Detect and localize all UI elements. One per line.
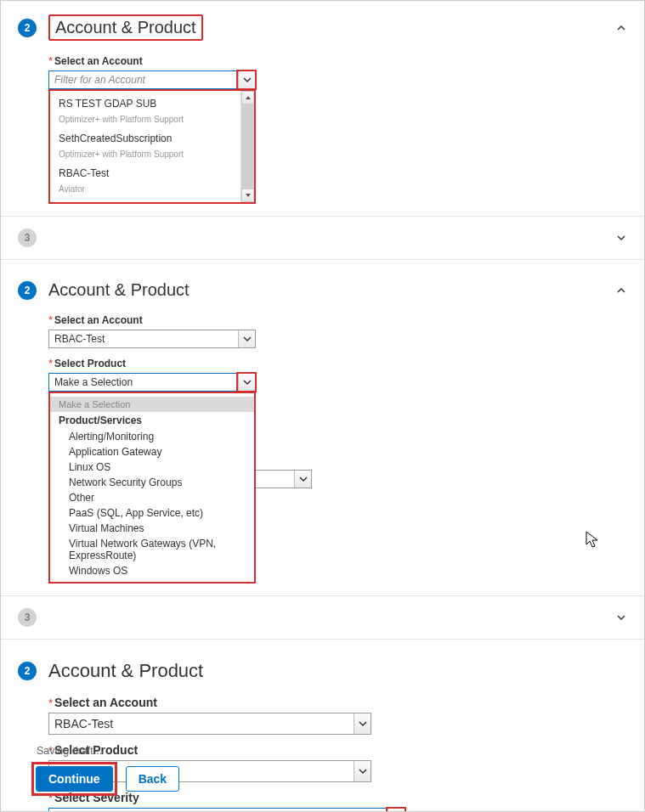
product-group-label: Product/Services xyxy=(50,412,254,429)
section-header: 2 Account & Product xyxy=(18,275,627,305)
dropdown-arrow-icon[interactable] xyxy=(354,713,371,734)
scroll-up-icon[interactable] xyxy=(241,91,254,104)
account-label: Select an Account xyxy=(54,696,157,709)
section-title: Account & Product xyxy=(48,660,627,682)
section-title: Account & Product xyxy=(48,14,203,41)
account-label: Select an Account xyxy=(54,314,143,326)
account-select-input[interactable]: Filter for an Account xyxy=(48,70,256,89)
expand-icon[interactable] xyxy=(615,232,627,244)
dropdown-arrow-icon[interactable] xyxy=(354,761,371,781)
step-3-collapsed[interactable]: 3 xyxy=(1,596,644,640)
account-placeholder: Filter for an Account xyxy=(54,74,145,86)
account-option-plan: Aviator xyxy=(50,183,254,199)
account-option-plan: Optimizer+ with Platform Support xyxy=(50,148,254,164)
scroll-thumb[interactable] xyxy=(241,104,254,189)
product-option[interactable]: Virtual Network Gateways (VPN, ExpressRo… xyxy=(50,536,254,563)
expand-icon[interactable] xyxy=(615,612,627,623)
step-badge: 3 xyxy=(18,228,37,247)
scrollbar[interactable] xyxy=(240,91,254,202)
account-option[interactable]: RBAC-Test xyxy=(50,164,254,183)
account-label: Select an Account xyxy=(54,55,143,67)
section-header: 2 Account & Product xyxy=(18,9,627,46)
product-option[interactable]: Other xyxy=(50,490,254,505)
continue-highlight: Continue xyxy=(31,762,117,796)
collapse-icon[interactable] xyxy=(615,22,627,34)
dropdown-arrow-icon[interactable] xyxy=(238,71,255,88)
account-value: RBAC-Test xyxy=(54,333,105,345)
required-marker: * xyxy=(48,54,53,67)
panel-account-product-1: 2 Account & Product *Select an Account F… xyxy=(1,1,644,217)
continue-button[interactable]: Continue xyxy=(36,766,113,792)
dropdown-arrow-icon[interactable] xyxy=(238,330,255,347)
step-badge: 3 xyxy=(18,608,37,627)
section-header: 2 Account & Product xyxy=(18,655,627,687)
product-dropdown: Make a Selection Product/Services Alerti… xyxy=(48,392,256,584)
account-dropdown: RS TEST GDAP SUB Optimizer+ with Platfor… xyxy=(48,89,256,204)
dropdown-arrow-icon[interactable] xyxy=(238,374,255,391)
account-value: RBAC-Test xyxy=(54,717,113,730)
collapse-icon[interactable] xyxy=(615,285,627,296)
footer: Saving draft... Continue Back xyxy=(31,745,179,796)
scroll-down-icon[interactable] xyxy=(241,189,254,202)
product-option[interactable]: PaaS (SQL, App Service, etc) xyxy=(50,505,254,521)
account-select[interactable]: RBAC-Test xyxy=(48,713,371,735)
account-select[interactable]: RBAC-Test xyxy=(48,330,256,348)
step-badge: 2 xyxy=(18,281,37,300)
account-label-row: *Select an Account xyxy=(48,54,627,67)
product-option[interactable]: Virtual Machines xyxy=(50,521,254,536)
product-label: Select Product xyxy=(54,358,126,369)
panel-account-product-2: 2 Account & Product *Select an Account R… xyxy=(1,260,644,596)
account-option[interactable]: RS TEST GDAP SUB xyxy=(50,94,254,113)
saving-status: Saving draft... xyxy=(37,745,179,757)
product-option[interactable]: Linux OS xyxy=(50,460,254,475)
account-option-plan: Optimizer+ with Platform Support xyxy=(50,113,254,129)
product-select[interactable]: Make a Selection xyxy=(48,373,256,392)
product-option[interactable]: Alerting/Monitoring xyxy=(50,429,254,444)
step-3-collapsed[interactable]: 3 xyxy=(1,217,644,260)
product-placeholder: Make a Selection xyxy=(54,376,133,388)
hidden-select-arrow[interactable] xyxy=(294,471,311,488)
step-badge: 2 xyxy=(18,19,37,37)
severity-select[interactable]: Make a Selection xyxy=(48,808,405,812)
product-option[interactable]: Network Security Groups xyxy=(50,475,254,490)
product-option[interactable]: Application Gateway xyxy=(50,444,254,460)
back-button[interactable]: Back xyxy=(126,766,179,792)
product-group-header: Make a Selection xyxy=(50,397,254,412)
account-option[interactable]: SethCreatedSubscription xyxy=(50,129,254,148)
step-badge: 2 xyxy=(18,662,37,680)
section-title: Account & Product xyxy=(48,280,615,300)
product-option[interactable]: Windows OS xyxy=(50,563,254,578)
dropdown-arrow-icon[interactable] xyxy=(388,809,405,812)
